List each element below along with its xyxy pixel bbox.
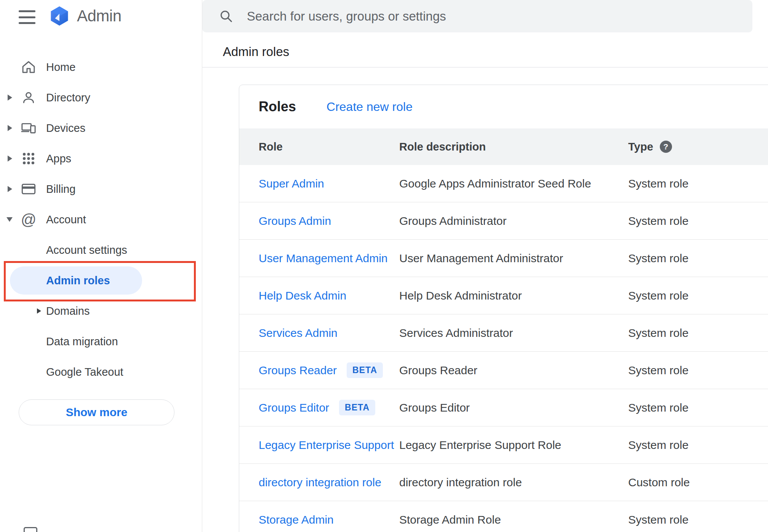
role-link[interactable]: Super Admin bbox=[259, 177, 324, 190]
admin-console-page: Admin Home Directory De bbox=[0, 0, 768, 532]
page-title: Admin roles bbox=[223, 45, 289, 59]
beta-badge: BETA bbox=[339, 400, 375, 415]
role-description: directory integration role bbox=[399, 476, 628, 489]
role-type: System role bbox=[628, 289, 768, 302]
sidebar-item-devices[interactable]: Devices bbox=[0, 113, 202, 143]
app-logo-text: Admin bbox=[77, 7, 122, 25]
sidebar-item-account-settings[interactable]: Account settings bbox=[0, 235, 202, 265]
sidebar-item-directory[interactable]: Directory bbox=[0, 82, 202, 113]
admin-hexagon-icon bbox=[48, 5, 70, 27]
role-description: Groups Editor bbox=[399, 401, 628, 414]
show-more-button[interactable]: Show more bbox=[19, 399, 174, 425]
sidebar-item-domains[interactable]: Domains bbox=[0, 296, 202, 326]
column-header-role: Role bbox=[259, 141, 399, 153]
sidebar-item-billing[interactable]: Billing bbox=[0, 174, 202, 204]
header-divider bbox=[202, 67, 768, 67]
role-type: System role bbox=[628, 327, 768, 340]
role-link[interactable]: Services Admin bbox=[259, 327, 338, 340]
chevron-right-icon[interactable] bbox=[8, 95, 12, 101]
app-logo: Admin bbox=[48, 5, 122, 27]
table-row: Groups Admin Groups Administrator System… bbox=[239, 202, 768, 240]
table-row: Super Admin Google Apps Administrator Se… bbox=[239, 165, 768, 202]
role-description: Help Desk Administrator bbox=[399, 289, 628, 302]
role-type: System role bbox=[628, 252, 768, 265]
table-row: Legacy Enterprise Support Legacy Enterpr… bbox=[239, 426, 768, 464]
table-row: Groups Editor BETA Groups Editor System … bbox=[239, 389, 768, 426]
sidebar: Admin Home Directory De bbox=[0, 0, 202, 532]
card-title: Roles bbox=[259, 99, 296, 115]
table-row: Storage Admin Storage Admin Role System … bbox=[239, 501, 768, 532]
sidebar-item-label: Account settings bbox=[46, 244, 127, 256]
role-link[interactable]: Groups Editor bbox=[259, 401, 329, 414]
column-header-type: Type ? bbox=[628, 141, 768, 153]
table-row: Help Desk Admin Help Desk Administrator … bbox=[239, 277, 768, 314]
roles-card-header: Roles Create new role bbox=[239, 85, 768, 128]
role-type: System role bbox=[628, 364, 768, 377]
sidebar-item-home[interactable]: Home bbox=[0, 52, 202, 82]
sidebar-item-label: Admin roles bbox=[46, 274, 110, 287]
chevron-right-icon[interactable] bbox=[37, 308, 41, 314]
chevron-right-icon[interactable] bbox=[8, 186, 12, 192]
role-link[interactable]: Storage Admin bbox=[259, 513, 334, 526]
role-type: System role bbox=[628, 177, 768, 190]
chevron-right-icon[interactable] bbox=[8, 125, 12, 131]
sidebar-item-label: Google Takeout bbox=[46, 366, 123, 378]
hamburger-menu-icon[interactable] bbox=[19, 10, 35, 24]
role-type: System role bbox=[628, 401, 768, 414]
role-link[interactable]: Legacy Enterprise Support bbox=[259, 439, 394, 452]
table-row: Groups Reader BETA Groups Reader System … bbox=[239, 352, 768, 389]
devices-icon bbox=[20, 119, 37, 137]
chevron-down-icon[interactable] bbox=[6, 217, 13, 222]
table-header-row: Role Role description Type ? bbox=[239, 128, 768, 165]
beta-badge: BETA bbox=[347, 362, 383, 378]
home-icon bbox=[20, 58, 37, 76]
sidebar-item-label: Billing bbox=[46, 183, 75, 195]
role-link[interactable]: User Management Admin bbox=[259, 252, 388, 265]
role-link[interactable]: Groups Admin bbox=[259, 215, 331, 228]
roles-card: Roles Create new role Role Role descript… bbox=[239, 85, 768, 532]
sidebar-item-google-takeout[interactable]: Google Takeout bbox=[0, 357, 202, 387]
sidebar-item-label: Data migration bbox=[46, 335, 118, 348]
table-row: Services Admin Services Administrator Sy… bbox=[239, 314, 768, 352]
sidebar-nav: Home Directory Devices bbox=[0, 52, 202, 387]
role-type: Custom role bbox=[628, 476, 768, 489]
account-at-icon: @ bbox=[20, 211, 37, 228]
billing-card-icon bbox=[20, 180, 37, 198]
role-description: Storage Admin Role bbox=[399, 513, 628, 526]
role-link[interactable]: Groups Reader bbox=[259, 364, 337, 377]
sidebar-item-label: Apps bbox=[46, 152, 71, 165]
role-description: Groups Reader bbox=[399, 364, 628, 377]
role-description: User Management Administrator bbox=[399, 252, 628, 265]
search-input[interactable] bbox=[247, 9, 741, 24]
sidebar-item-account[interactable]: @ Account bbox=[0, 204, 202, 235]
partial-bottom-icon bbox=[24, 527, 37, 532]
column-header-description: Role description bbox=[399, 141, 628, 153]
apps-grid-icon bbox=[20, 150, 37, 167]
roles-table-body: Super Admin Google Apps Administrator Se… bbox=[239, 165, 768, 532]
sidebar-item-admin-roles[interactable]: Admin roles bbox=[0, 265, 202, 296]
sidebar-item-label: Account bbox=[46, 213, 86, 226]
role-description: Services Administrator bbox=[399, 327, 628, 340]
sidebar-item-label: Directory bbox=[46, 91, 90, 104]
role-type: System role bbox=[628, 439, 768, 452]
role-description: Google Apps Administrator Seed Role bbox=[399, 177, 628, 190]
sidebar-item-label: Domains bbox=[46, 305, 90, 317]
role-link[interactable]: directory integration role bbox=[259, 476, 381, 489]
role-description: Groups Administrator bbox=[399, 215, 628, 228]
table-row: User Management Admin User Management Ad… bbox=[239, 240, 768, 277]
table-row: directory integration role directory int… bbox=[239, 464, 768, 501]
create-new-role-link[interactable]: Create new role bbox=[326, 100, 413, 114]
sidebar-item-apps[interactable]: Apps bbox=[0, 143, 202, 174]
search-bar[interactable] bbox=[202, 0, 752, 32]
person-icon bbox=[20, 89, 37, 106]
role-description: Legacy Enterprise Support Role bbox=[399, 439, 628, 452]
sidebar-item-label: Home bbox=[46, 61, 75, 74]
help-icon[interactable]: ? bbox=[660, 141, 672, 153]
sidebar-item-data-migration[interactable]: Data migration bbox=[0, 326, 202, 357]
chevron-right-icon[interactable] bbox=[8, 155, 12, 162]
sidebar-item-label: Devices bbox=[46, 122, 85, 135]
role-link[interactable]: Help Desk Admin bbox=[259, 289, 346, 302]
role-type: System role bbox=[628, 215, 768, 228]
search-icon[interactable] bbox=[219, 9, 233, 23]
role-type: System role bbox=[628, 513, 768, 526]
